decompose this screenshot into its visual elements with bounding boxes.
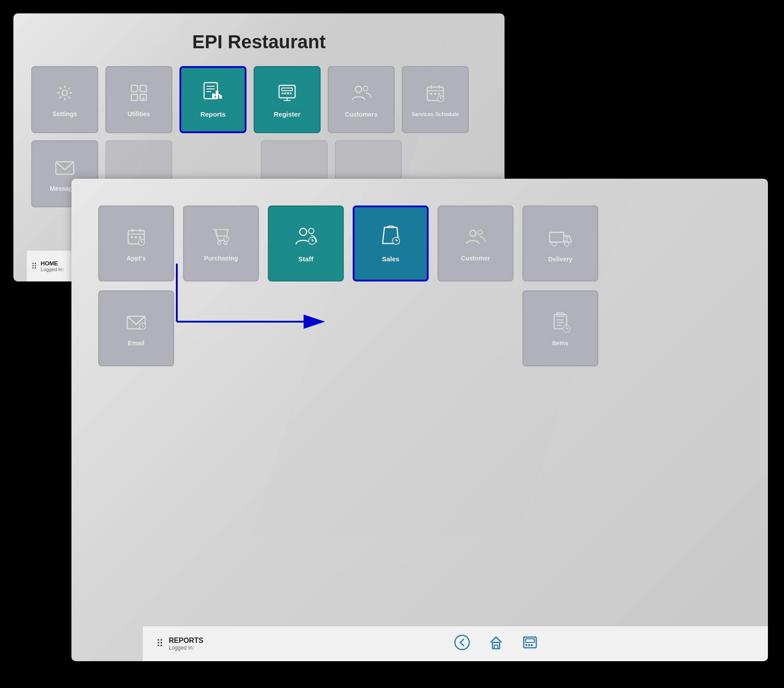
bottom-bar-center [454,634,538,654]
front-bottom-bar: ⠿ REPORTS Logged In: [143,625,768,661]
svg-rect-25 [282,92,284,94]
svg-rect-50 [135,236,137,238]
tile-settings[interactable]: Settings [31,66,98,133]
svg-point-55 [218,241,221,244]
svg-rect-12 [131,94,138,101]
back-grid-dots-icon: ⠿ [31,261,37,271]
svg-line-7 [68,96,70,98]
purchasing-icon [209,225,233,252]
tile-services-schedule-label: Services Schedule [412,111,459,117]
back-panel-row1: Settings Utilities [31,66,487,133]
tile-items[interactable]: Items [522,290,598,366]
svg-line-8 [68,88,70,89]
tile-delivery-label: Delivery [548,256,572,263]
register-nav-button[interactable] [522,634,538,654]
tile-reports-label: Reports [200,110,226,118]
appts-icon [125,225,148,252]
tile-sales-label: Sales [382,255,399,263]
tile-staff[interactable]: Staff [268,206,344,281]
bottom-bar-left: ⠿ REPORTS Logged In: [156,637,203,651]
svg-point-69 [478,230,482,235]
svg-rect-16 [204,83,217,99]
svg-rect-39 [438,93,440,95]
back-panel-bar-info: HOME Logged In: [41,260,64,272]
home-button[interactable] [488,634,504,654]
bottom-section-name: REPORTS [169,637,203,645]
delivery-icon [548,224,573,253]
back-button[interactable] [454,634,470,654]
utilities-icon [128,82,150,108]
svg-rect-22 [219,95,222,99]
tile-items-label: Items [552,340,569,347]
back-bar-section: HOME [41,260,64,267]
tile-sales[interactable]: Sales [353,206,429,281]
settings-icon [54,82,76,108]
tile-reports[interactable]: Reports [179,66,246,133]
bottom-logged-in: Logged In: [169,645,203,651]
tile-customers-label: Customers [345,111,377,118]
svg-rect-37 [430,93,432,95]
empty-space-1 [183,290,259,366]
email-icon [125,310,148,337]
tile-staff-label: Staff [298,255,313,263]
staff-icon [293,224,318,252]
svg-rect-28 [290,92,292,94]
svg-point-60 [300,228,307,235]
svg-rect-93 [525,644,527,646]
tile-purchasing[interactable]: Purchasing [183,206,259,281]
tile-utilities[interactable]: Utilities [105,66,172,133]
svg-point-31 [355,86,362,92]
svg-line-6 [59,88,61,89]
tile-delivery[interactable]: Delivery [522,206,598,281]
svg-rect-95 [531,644,533,646]
svg-point-56 [224,241,227,244]
tile-customer-label: Customer [461,255,490,262]
tile-settings-label: Settings [52,110,77,118]
svg-rect-11 [140,85,146,92]
tile-appts[interactable]: Appt's [98,206,174,281]
tile-customers[interactable]: Customers [328,66,395,133]
tile-appts-label: Appt's [127,255,146,262]
svg-rect-51 [139,236,141,238]
svg-point-1 [62,90,67,96]
svg-rect-94 [528,644,530,646]
bottom-grid-icon: ⠿ [156,638,163,650]
svg-line-9 [59,96,61,98]
svg-rect-24 [282,88,292,91]
register-icon [275,81,299,108]
reports-icon [201,81,225,108]
svg-rect-38 [434,93,436,95]
tile-email-label: Email [128,340,144,347]
tile-purchasing-label: Purchasing [204,255,238,262]
tile-services-schedule[interactable]: Services Schedule [402,66,469,133]
svg-point-32 [363,86,368,91]
sales-icon [378,224,403,252]
svg-rect-10 [131,85,138,92]
front-panel: Appt's Purchasing [71,179,768,661]
tile-register[interactable]: Register [254,66,321,133]
svg-point-68 [470,230,476,236]
svg-rect-49 [131,236,133,238]
svg-rect-70 [550,232,564,242]
messages-icon [53,155,76,182]
svg-rect-26 [284,92,286,94]
services-schedule-icon [424,82,447,109]
tile-customer[interactable]: Customer [438,206,513,281]
svg-point-61 [309,228,314,234]
items-icon [549,310,572,337]
bottom-bar-title: REPORTS Logged In: [169,637,203,651]
svg-rect-92 [525,639,534,642]
customer-icon [464,225,487,252]
tile-email[interactable]: Email [98,290,174,366]
svg-point-88 [455,635,469,650]
tile-register-label: Register [274,110,300,118]
svg-rect-27 [287,92,289,94]
tile-utilities-label: Utilities [128,110,150,118]
svg-rect-23 [279,85,295,98]
customers-icon [350,81,373,108]
back-bar-logged: Logged In: [41,267,64,272]
